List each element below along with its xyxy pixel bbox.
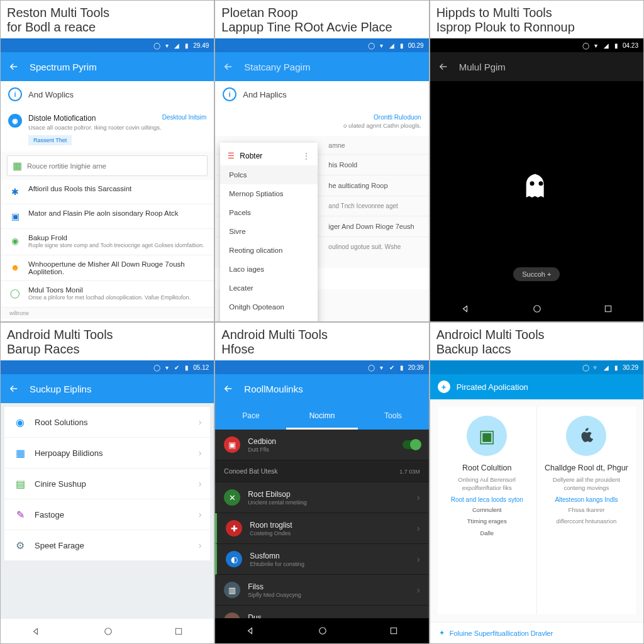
card-left[interactable]: ▣ Root Colultion Onlxing Aul Berensorl e… bbox=[438, 407, 537, 614]
menu-item[interactable]: Paces bbox=[220, 316, 318, 321]
card-text: Fhssa Ikanrer bbox=[543, 506, 630, 514]
menu-item[interactable]: Pacels bbox=[220, 203, 318, 222]
nav-back-icon[interactable] bbox=[245, 625, 257, 636]
panel-5: Android Multi Tools Hfose ◯ ▾ ✔ ▮ 20:39 … bbox=[214, 322, 429, 644]
back-icon[interactable] bbox=[223, 61, 234, 72]
menu-item[interactable]: Lecater bbox=[220, 279, 318, 297]
title-line-1: Reston Multi Tools bbox=[7, 6, 208, 20]
notif-link[interactable]: Orontti Ruloduon bbox=[343, 114, 421, 121]
signal-icon: ◢ bbox=[602, 42, 610, 49]
list-row[interactable]: ✚Roon troglistCostetng Ondes› bbox=[215, 513, 428, 544]
wifi-icon: ▾ bbox=[163, 42, 170, 49]
nav-recent-icon[interactable] bbox=[174, 626, 184, 636]
appbar-title: Pircated Apolication bbox=[457, 382, 528, 392]
phone-icon: ▣ bbox=[8, 209, 22, 223]
title-line-1: Android Multi Tools bbox=[7, 328, 208, 342]
nav-home-icon[interactable] bbox=[317, 625, 328, 636]
tab[interactable]: Tools bbox=[358, 403, 429, 430]
location-icon: ✔ bbox=[388, 364, 396, 371]
circle-icon: ◯ bbox=[582, 42, 590, 49]
wifi-icon: ▾ bbox=[378, 364, 386, 371]
list-row[interactable]: ▦Herpoapy Bilidions› bbox=[4, 438, 210, 469]
nav-back-icon[interactable] bbox=[460, 303, 472, 314]
add-icon[interactable]: + bbox=[438, 380, 450, 393]
footer-link[interactable]: ✦ Foluine Superfituallication Dravler bbox=[430, 622, 643, 643]
back-icon[interactable] bbox=[223, 383, 234, 394]
app-icon: ✚ bbox=[226, 520, 242, 536]
menu-item[interactable]: Sivre bbox=[220, 222, 318, 241]
back-icon[interactable] bbox=[8, 61, 19, 72]
apple-icon bbox=[566, 416, 606, 456]
overflow-menu[interactable]: ☰ Robter ⋮ Polcs Mernop Sptiatios Pacels… bbox=[220, 143, 318, 321]
row-label: Cinire Sushup bbox=[35, 479, 199, 489]
wifi-icon: ▾ bbox=[163, 364, 170, 371]
back-icon[interactable] bbox=[438, 61, 449, 72]
user-icon: ◉ bbox=[8, 114, 22, 128]
checkbox-row[interactable]: Wulti a Bitoures bbox=[1, 319, 214, 321]
more-icon[interactable]: ⋮ bbox=[303, 152, 310, 160]
status-time: 20:39 bbox=[408, 364, 424, 371]
title-line-2: Backup Iaccs bbox=[436, 342, 637, 357]
menu-item[interactable]: Polcs bbox=[220, 165, 318, 184]
row-sub: Dutt Ffls bbox=[248, 447, 394, 453]
appbar-title: Mulul Pgim bbox=[459, 62, 506, 72]
notif-link[interactable]: Desktoul Initsim bbox=[162, 114, 207, 123]
list-row[interactable]: ✕Roct EbilsopUnclent cental nmetiing› bbox=[215, 482, 428, 513]
circle-icon: ◯ bbox=[368, 364, 375, 371]
signal-icon: ◢ bbox=[173, 42, 180, 49]
list-item[interactable]: ◯Mdul Toors MonilOnse a plnlore for met … bbox=[1, 281, 214, 308]
back-icon[interactable] bbox=[8, 383, 19, 394]
list-item[interactable]: ✱Aftioril dus Rools this Sarcassint bbox=[1, 180, 214, 204]
list-row[interactable]: ◓DusTolls› bbox=[215, 606, 428, 618]
chip[interactable]: Rassent Thet bbox=[28, 135, 72, 145]
app-icon: ✕ bbox=[224, 489, 240, 506]
nav-recent-icon[interactable] bbox=[389, 626, 399, 636]
card-right[interactable]: Challdge Rool dt, Phgur Dellyere aiil th… bbox=[537, 407, 636, 614]
title-line-1: Ploetan Roop bbox=[221, 6, 422, 20]
menu-item[interactable]: Onitgh Opoteaon bbox=[220, 297, 318, 316]
toggle-switch[interactable] bbox=[402, 440, 420, 449]
panel-title: Hippds to Multi Tools Isprop Plouk to Ro… bbox=[430, 1, 643, 38]
list-row[interactable]: ▥FilssSipfly Med Ousycyng› bbox=[215, 575, 428, 606]
wifi-icon: ▾ bbox=[592, 42, 600, 49]
list-row[interactable]: ◐SusfomnEhtubnlie for consting› bbox=[215, 544, 428, 575]
nav-recent-icon[interactable] bbox=[603, 304, 613, 314]
check-circle-icon: ◉ bbox=[8, 234, 22, 248]
chevron-right-icon: › bbox=[417, 492, 420, 502]
list-row[interactable]: ◉Root Solutions› bbox=[4, 407, 210, 438]
list-row[interactable]: ▤Cinire Sushup› bbox=[4, 469, 210, 499]
tab[interactable]: Pace bbox=[215, 403, 286, 430]
menu-item[interactable]: Reoting olication bbox=[220, 241, 318, 260]
status-time: 29.49 bbox=[193, 42, 209, 49]
menu-item[interactable]: Mernop Sptiatios bbox=[220, 184, 318, 203]
chevron-right-icon: › bbox=[199, 417, 202, 427]
list-item[interactable]: ☻Wnhoopertune de Misher All Down Ruoge 7… bbox=[1, 255, 214, 281]
list-row[interactable]: ▣CedbionDutt Ffls bbox=[215, 430, 428, 460]
card-link[interactable]: Root and leca loods syton bbox=[444, 496, 530, 503]
action-button[interactable]: Succoh + bbox=[513, 267, 560, 281]
list-header: Conoed Bat Utesk1.7 03M bbox=[215, 460, 428, 482]
card-title: Root Colultion bbox=[444, 464, 530, 472]
title-line-2: Isprop Plouk to Ronnoup bbox=[436, 20, 637, 35]
notification-card[interactable]: ◉ Distole Motiofication Desktoul Initsim… bbox=[1, 108, 214, 152]
nav-home-icon[interactable] bbox=[103, 626, 114, 637]
circle-icon: ◯ bbox=[8, 286, 22, 300]
chevron-right-icon: › bbox=[417, 616, 420, 618]
signal-icon: ◢ bbox=[602, 364, 610, 371]
nav-bar bbox=[1, 618, 214, 643]
list-item[interactable]: ▣Mator and Flasin Ple aoln sisondary Roo… bbox=[1, 204, 214, 229]
search-input[interactable] bbox=[27, 162, 202, 170]
nav-back-icon[interactable] bbox=[31, 626, 42, 637]
status-bar: ◯ ▾ ◢ ▮ 04.23 bbox=[430, 38, 643, 52]
panel-title: Android Multi Tools Hfose bbox=[215, 323, 428, 360]
nav-home-icon[interactable] bbox=[531, 303, 543, 314]
svg-rect-5 bbox=[391, 628, 396, 633]
section-header: i And Haplics bbox=[215, 81, 428, 108]
list-row[interactable]: ✎Fastoge› bbox=[4, 499, 210, 530]
tab-active[interactable]: Nocimn bbox=[286, 403, 357, 430]
menu-item[interactable]: Laco iages bbox=[220, 260, 318, 279]
search-row[interactable]: ▦ bbox=[7, 155, 208, 176]
list-item[interactable]: ◉Bakup FroldRople signe store comp and T… bbox=[1, 229, 214, 255]
card-link[interactable]: Altesteson kangs Indls bbox=[543, 496, 630, 503]
list-row[interactable]: ⚙Speet Farage› bbox=[4, 530, 210, 561]
